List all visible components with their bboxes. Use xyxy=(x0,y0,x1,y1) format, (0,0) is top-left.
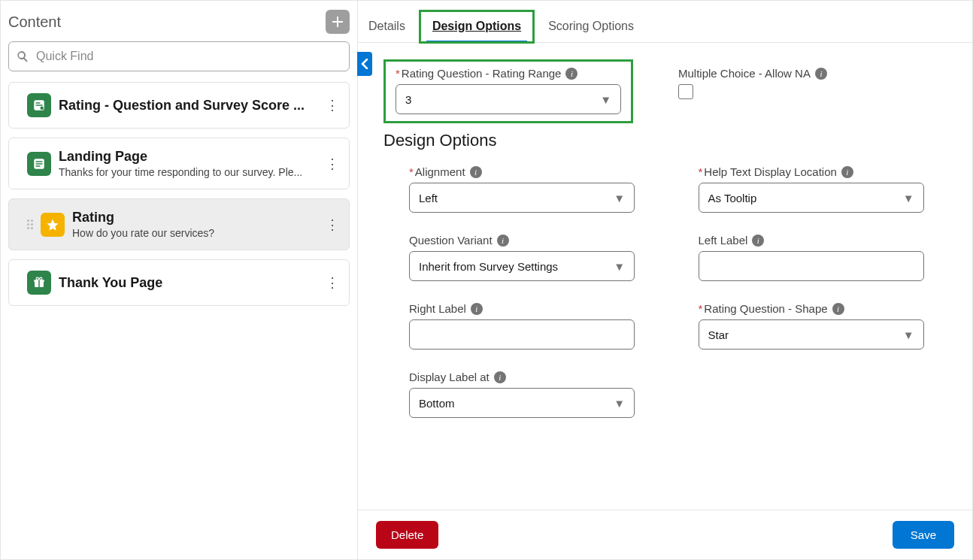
tab-details[interactable]: Details xyxy=(368,12,405,42)
quick-find-container[interactable] xyxy=(8,41,350,71)
svg-rect-6 xyxy=(36,163,43,165)
item-menu-button[interactable]: ⋮ xyxy=(323,271,341,295)
info-icon[interactable]: i xyxy=(471,303,483,315)
svg-point-11 xyxy=(36,277,38,280)
help-location-value: As Tooltip xyxy=(708,192,757,204)
item-menu-button[interactable]: ⋮ xyxy=(323,152,341,176)
svg-rect-5 xyxy=(36,161,43,162)
info-icon[interactable]: i xyxy=(841,166,853,178)
svg-rect-10 xyxy=(38,280,40,287)
content-item-thankyou[interactable]: Thank You Page ⋮ xyxy=(8,259,350,306)
chevron-down-icon: ▼ xyxy=(614,192,625,204)
display-label-at-value: Bottom xyxy=(419,397,455,410)
content-item-score[interactable]: Rating - Question and Survey Score ... ⋮ xyxy=(8,82,350,129)
help-location-select[interactable]: As Tooltip ▼ xyxy=(699,183,924,213)
alignment-select[interactable]: Left ▼ xyxy=(409,183,635,213)
right-label-input-box[interactable] xyxy=(409,319,635,350)
card-subtitle: How do you rate our services? xyxy=(72,227,323,239)
card-title: Rating - Question and Survey Score ... xyxy=(59,98,323,114)
shape-label: *Rating Question - Shape i xyxy=(699,302,943,315)
shape-select[interactable]: Star ▼ xyxy=(699,319,924,350)
chevron-down-icon: ▼ xyxy=(614,260,625,273)
card-title: Rating xyxy=(72,210,323,226)
variant-value: Inherit from Survey Settings xyxy=(419,260,558,273)
chevron-down-icon: ▼ xyxy=(600,93,611,106)
help-location-label: *Help Text Display Location i xyxy=(699,165,943,178)
card-subtitle: Thanks for your time responding to our s… xyxy=(59,166,323,178)
content-item-landing[interactable]: Landing Page Thanks for your time respon… xyxy=(8,138,350,189)
search-icon xyxy=(17,50,29,62)
card-title: Thank You Page xyxy=(59,275,323,291)
tab-scoring-options[interactable]: Scoring Options xyxy=(548,12,634,42)
card-body: Rating - Question and Survey Score ... xyxy=(59,98,323,114)
variant-label: Question Variant i xyxy=(409,234,653,247)
card-title: Landing Page xyxy=(59,149,323,165)
gift-icon xyxy=(27,271,51,295)
right-label-input[interactable] xyxy=(419,328,625,342)
footer-actions: Delete Save xyxy=(358,510,972,559)
active-tab-underline xyxy=(426,41,527,44)
content-sidebar: Content Rating - Question and Survey Sco… xyxy=(1,1,358,559)
collapse-sidebar-button[interactable] xyxy=(357,52,372,76)
info-icon[interactable]: i xyxy=(832,303,844,315)
sidebar-title: Content xyxy=(8,14,61,31)
chevron-left-icon xyxy=(361,59,368,69)
plus-icon xyxy=(332,16,344,28)
section-heading: Design Options xyxy=(383,131,942,150)
chevron-down-icon: ▼ xyxy=(903,192,914,204)
card-body: Landing Page Thanks for your time respon… xyxy=(59,149,323,178)
delete-button[interactable]: Delete xyxy=(376,521,438,549)
content-item-rating[interactable]: Rating How do you rate our services? ⋮ xyxy=(8,198,350,250)
allow-na-checkbox[interactable] xyxy=(678,84,693,99)
info-icon[interactable]: i xyxy=(470,166,482,178)
alignment-label: *Alignment i xyxy=(409,165,653,178)
item-menu-button[interactable]: ⋮ xyxy=(323,93,341,117)
rating-range-label: *Rating Question - Rating Range i xyxy=(396,67,621,80)
form-icon xyxy=(27,93,51,117)
quick-find-input[interactable] xyxy=(35,49,341,64)
variant-select[interactable]: Inherit from Survey Settings ▼ xyxy=(409,251,635,281)
page-icon xyxy=(27,152,51,176)
rating-range-highlight: *Rating Question - Rating Range i 3 ▼ xyxy=(383,59,633,123)
svg-rect-2 xyxy=(36,104,43,106)
left-label-input-box[interactable] xyxy=(699,251,924,281)
right-label-label: Right Label i xyxy=(409,302,653,315)
chevron-down-icon: ▼ xyxy=(903,328,914,341)
left-label-label: Left Label i xyxy=(699,234,943,247)
info-icon[interactable]: i xyxy=(497,235,509,247)
left-label-input[interactable] xyxy=(708,259,914,274)
info-icon[interactable]: i xyxy=(752,235,764,247)
star-icon xyxy=(41,213,65,237)
sidebar-header: Content xyxy=(5,5,353,41)
svg-rect-1 xyxy=(36,102,41,104)
shape-value: Star xyxy=(708,328,729,341)
alignment-value: Left xyxy=(419,192,438,204)
rating-range-select[interactable]: 3 ▼ xyxy=(396,84,621,114)
save-button[interactable]: Save xyxy=(893,521,954,549)
tab-design-options-wrap: Design Options xyxy=(426,12,527,42)
tab-bar: Details Design Options Scoring Options xyxy=(358,1,972,43)
allow-na-label: Multiple Choice - Allow NA i xyxy=(678,67,942,80)
info-icon[interactable]: i xyxy=(565,68,577,80)
chevron-down-icon: ▼ xyxy=(614,397,625,410)
drag-handle-icon[interactable] xyxy=(27,219,36,229)
info-icon[interactable]: i xyxy=(815,68,827,80)
display-label-at-label: Display Label at i xyxy=(409,371,653,383)
main-panel: Details Design Options Scoring Options *… xyxy=(358,1,972,559)
svg-point-3 xyxy=(41,107,44,110)
tab-design-options[interactable]: Design Options xyxy=(432,12,521,42)
item-menu-button[interactable]: ⋮ xyxy=(323,213,341,237)
add-content-button[interactable] xyxy=(326,10,350,34)
display-label-at-select[interactable]: Bottom ▼ xyxy=(409,388,635,418)
card-body: Thank You Page xyxy=(59,275,323,291)
svg-rect-7 xyxy=(36,165,41,167)
info-icon[interactable]: i xyxy=(494,371,506,383)
rating-range-value: 3 xyxy=(405,93,411,106)
card-body: Rating How do you rate our services? xyxy=(72,210,323,239)
form-content: *Rating Question - Rating Range i 3 ▼ Mu… xyxy=(358,43,972,510)
svg-point-12 xyxy=(40,277,42,280)
